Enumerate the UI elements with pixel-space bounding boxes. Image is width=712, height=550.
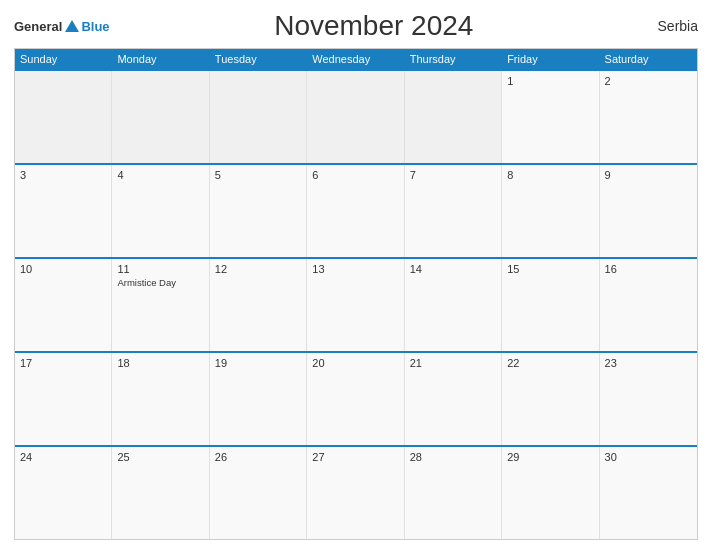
- day-number: 13: [312, 263, 398, 275]
- header-saturday: Saturday: [600, 49, 697, 69]
- day-cell-3-0: 17: [15, 353, 112, 445]
- day-number: 28: [410, 451, 496, 463]
- week-row-1: 12: [15, 69, 697, 163]
- day-cell-0-4: [405, 71, 502, 163]
- day-number: 10: [20, 263, 106, 275]
- day-cell-0-1: [112, 71, 209, 163]
- day-number: 26: [215, 451, 301, 463]
- day-cell-1-5: 8: [502, 165, 599, 257]
- week-row-5: 24252627282930: [15, 445, 697, 539]
- day-number: 19: [215, 357, 301, 369]
- day-cell-3-1: 18: [112, 353, 209, 445]
- day-cell-2-5: 15: [502, 259, 599, 351]
- header-wednesday: Wednesday: [307, 49, 404, 69]
- day-cell-0-3: [307, 71, 404, 163]
- day-cell-4-5: 29: [502, 447, 599, 539]
- day-number: 30: [605, 451, 692, 463]
- day-cell-1-6: 9: [600, 165, 697, 257]
- day-cell-3-3: 20: [307, 353, 404, 445]
- event-label: Armistice Day: [117, 277, 203, 288]
- month-title: November 2024: [110, 10, 638, 42]
- day-cell-2-6: 16: [600, 259, 697, 351]
- logo-triangle-icon: [65, 20, 79, 32]
- day-number: 24: [20, 451, 106, 463]
- day-cell-0-5: 1: [502, 71, 599, 163]
- day-number: 3: [20, 169, 106, 181]
- calendar: Sunday Monday Tuesday Wednesday Thursday…: [14, 48, 698, 540]
- day-cell-3-5: 22: [502, 353, 599, 445]
- day-number: 21: [410, 357, 496, 369]
- country-label: Serbia: [638, 18, 698, 34]
- day-cell-4-2: 26: [210, 447, 307, 539]
- day-cell-0-0: [15, 71, 112, 163]
- day-cell-1-2: 5: [210, 165, 307, 257]
- day-cell-1-3: 6: [307, 165, 404, 257]
- day-number: 18: [117, 357, 203, 369]
- day-cell-4-1: 25: [112, 447, 209, 539]
- logo: General Blue: [14, 19, 110, 34]
- day-number: 15: [507, 263, 593, 275]
- day-number: 29: [507, 451, 593, 463]
- page: General Blue November 2024 Serbia Sunday…: [0, 0, 712, 550]
- day-cell-4-0: 24: [15, 447, 112, 539]
- header-monday: Monday: [112, 49, 209, 69]
- day-number: 2: [605, 75, 692, 87]
- day-cell-0-6: 2: [600, 71, 697, 163]
- header: General Blue November 2024 Serbia: [14, 10, 698, 42]
- day-number: 6: [312, 169, 398, 181]
- logo-general-text: General: [14, 19, 62, 34]
- day-number: 5: [215, 169, 301, 181]
- day-cell-1-0: 3: [15, 165, 112, 257]
- day-number: 12: [215, 263, 301, 275]
- day-number: 17: [20, 357, 106, 369]
- day-number: 4: [117, 169, 203, 181]
- day-number: 16: [605, 263, 692, 275]
- day-number: 11: [117, 263, 203, 275]
- day-number: 23: [605, 357, 692, 369]
- week-row-4: 17181920212223: [15, 351, 697, 445]
- day-number: 8: [507, 169, 593, 181]
- day-number: 25: [117, 451, 203, 463]
- logo-blue-text: Blue: [81, 19, 109, 34]
- day-cell-4-6: 30: [600, 447, 697, 539]
- weeks: 1234567891011Armistice Day12131415161718…: [15, 69, 697, 539]
- week-row-2: 3456789: [15, 163, 697, 257]
- day-cell-0-2: [210, 71, 307, 163]
- day-number: 9: [605, 169, 692, 181]
- day-cell-4-3: 27: [307, 447, 404, 539]
- day-headers-row: Sunday Monday Tuesday Wednesday Thursday…: [15, 49, 697, 69]
- day-cell-3-6: 23: [600, 353, 697, 445]
- day-cell-1-1: 4: [112, 165, 209, 257]
- day-number: 14: [410, 263, 496, 275]
- header-tuesday: Tuesday: [210, 49, 307, 69]
- day-number: 1: [507, 75, 593, 87]
- day-cell-2-4: 14: [405, 259, 502, 351]
- day-number: 7: [410, 169, 496, 181]
- header-sunday: Sunday: [15, 49, 112, 69]
- header-thursday: Thursday: [405, 49, 502, 69]
- day-cell-2-1: 11Armistice Day: [112, 259, 209, 351]
- week-row-3: 1011Armistice Day1213141516: [15, 257, 697, 351]
- day-cell-3-2: 19: [210, 353, 307, 445]
- day-number: 20: [312, 357, 398, 369]
- day-cell-2-2: 12: [210, 259, 307, 351]
- day-number: 27: [312, 451, 398, 463]
- day-cell-4-4: 28: [405, 447, 502, 539]
- day-number: 22: [507, 357, 593, 369]
- day-cell-2-0: 10: [15, 259, 112, 351]
- day-cell-1-4: 7: [405, 165, 502, 257]
- day-cell-3-4: 21: [405, 353, 502, 445]
- day-cell-2-3: 13: [307, 259, 404, 351]
- header-friday: Friday: [502, 49, 599, 69]
